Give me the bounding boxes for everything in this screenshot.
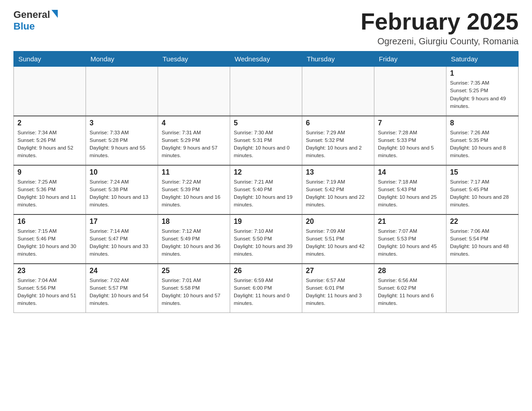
- logo-arrow-icon: [51, 10, 58, 18]
- day-info: Sunrise: 7:14 AMSunset: 5:47 PMDaylight:…: [90, 227, 154, 258]
- calendar-cell: 3Sunrise: 7:33 AMSunset: 5:28 PMDaylight…: [86, 116, 158, 165]
- day-number: 7: [378, 119, 442, 127]
- col-header-wednesday: Wednesday: [230, 51, 302, 67]
- day-number: 2: [17, 119, 82, 127]
- calendar-cell: 24Sunrise: 7:02 AMSunset: 5:57 PMDayligh…: [86, 264, 158, 313]
- day-info: Sunrise: 7:34 AMSunset: 5:26 PMDaylight:…: [17, 129, 82, 160]
- day-info: Sunrise: 7:22 AMSunset: 5:39 PMDaylight:…: [162, 178, 226, 209]
- calendar-cell: 6Sunrise: 7:29 AMSunset: 5:32 PMDaylight…: [302, 116, 374, 165]
- day-number: 10: [90, 168, 154, 176]
- col-header-saturday: Saturday: [446, 51, 519, 67]
- calendar-cell: 10Sunrise: 7:24 AMSunset: 5:38 PMDayligh…: [86, 165, 158, 214]
- calendar-cell: 1Sunrise: 7:35 AMSunset: 5:25 PMDaylight…: [446, 67, 519, 116]
- calendar-week-row: 23Sunrise: 7:04 AMSunset: 5:56 PMDayligh…: [14, 264, 519, 313]
- day-info: Sunrise: 7:07 AMSunset: 5:53 PMDaylight:…: [378, 227, 442, 258]
- day-info: Sunrise: 7:02 AMSunset: 5:57 PMDaylight:…: [90, 277, 154, 308]
- day-number: 28: [378, 267, 442, 275]
- day-number: 12: [234, 168, 298, 176]
- day-number: 27: [306, 267, 370, 275]
- calendar-cell: 23Sunrise: 7:04 AMSunset: 5:56 PMDayligh…: [14, 264, 86, 313]
- day-info: Sunrise: 7:06 AMSunset: 5:54 PMDaylight:…: [450, 227, 515, 258]
- calendar-cell: 25Sunrise: 7:01 AMSunset: 5:58 PMDayligh…: [158, 264, 230, 313]
- calendar-cell: 27Sunrise: 6:57 AMSunset: 6:01 PMDayligh…: [302, 264, 374, 313]
- calendar-cell: 4Sunrise: 7:31 AMSunset: 5:29 PMDaylight…: [158, 116, 230, 165]
- calendar-header-row: SundayMondayTuesdayWednesdayThursdayFrid…: [14, 51, 519, 67]
- day-number: 22: [450, 218, 515, 226]
- day-info: Sunrise: 6:56 AMSunset: 6:02 PMDaylight:…: [378, 277, 442, 308]
- day-info: Sunrise: 7:24 AMSunset: 5:38 PMDaylight:…: [90, 178, 154, 209]
- day-number: 8: [450, 119, 515, 127]
- location-subtitle: Ogrezeni, Giurgiu County, Romania: [360, 36, 519, 47]
- calendar-cell: 19Sunrise: 7:10 AMSunset: 5:50 PMDayligh…: [230, 214, 302, 264]
- page-header: General Blue February 2025 Ogrezeni, Giu…: [13, 9, 519, 47]
- day-number: 4: [162, 119, 226, 127]
- calendar-cell: 28Sunrise: 6:56 AMSunset: 6:02 PMDayligh…: [374, 264, 446, 313]
- day-number: 13: [306, 168, 370, 176]
- calendar-cell: 20Sunrise: 7:09 AMSunset: 5:51 PMDayligh…: [302, 214, 374, 264]
- day-info: Sunrise: 7:10 AMSunset: 5:50 PMDaylight:…: [234, 227, 298, 258]
- day-info: Sunrise: 7:04 AMSunset: 5:56 PMDaylight:…: [17, 277, 82, 308]
- calendar-cell: 17Sunrise: 7:14 AMSunset: 5:47 PMDayligh…: [86, 214, 158, 264]
- calendar-cell: 15Sunrise: 7:17 AMSunset: 5:45 PMDayligh…: [446, 165, 519, 214]
- calendar-cell: 16Sunrise: 7:15 AMSunset: 5:46 PMDayligh…: [14, 214, 86, 264]
- calendar-cell: [374, 67, 446, 116]
- calendar-cell: [86, 67, 158, 116]
- calendar-week-row: 9Sunrise: 7:25 AMSunset: 5:36 PMDaylight…: [14, 165, 519, 214]
- calendar-cell: 11Sunrise: 7:22 AMSunset: 5:39 PMDayligh…: [158, 165, 230, 214]
- day-info: Sunrise: 7:29 AMSunset: 5:32 PMDaylight:…: [306, 129, 370, 160]
- calendar-cell: 21Sunrise: 7:07 AMSunset: 5:53 PMDayligh…: [374, 214, 446, 264]
- day-info: Sunrise: 7:19 AMSunset: 5:42 PMDaylight:…: [306, 178, 370, 209]
- day-number: 24: [90, 267, 154, 275]
- calendar-week-row: 1Sunrise: 7:35 AMSunset: 5:25 PMDaylight…: [14, 67, 519, 116]
- calendar-cell: 26Sunrise: 6:59 AMSunset: 6:00 PMDayligh…: [230, 264, 302, 313]
- day-number: 5: [234, 119, 298, 127]
- col-header-monday: Monday: [86, 51, 158, 67]
- calendar-cell: 18Sunrise: 7:12 AMSunset: 5:49 PMDayligh…: [158, 214, 230, 264]
- day-number: 16: [17, 218, 82, 226]
- calendar-cell: 13Sunrise: 7:19 AMSunset: 5:42 PMDayligh…: [302, 165, 374, 214]
- calendar-cell: [158, 67, 230, 116]
- logo-general-text: General: [13, 9, 50, 21]
- day-info: Sunrise: 7:28 AMSunset: 5:33 PMDaylight:…: [378, 129, 442, 160]
- day-number: 20: [306, 218, 370, 226]
- calendar-cell: 5Sunrise: 7:30 AMSunset: 5:31 PMDaylight…: [230, 116, 302, 165]
- logo-blue-text: Blue: [13, 21, 35, 32]
- day-number: 21: [378, 218, 442, 226]
- calendar-week-row: 2Sunrise: 7:34 AMSunset: 5:26 PMDaylight…: [14, 116, 519, 165]
- day-info: Sunrise: 7:15 AMSunset: 5:46 PMDaylight:…: [17, 227, 82, 258]
- day-info: Sunrise: 7:21 AMSunset: 5:40 PMDaylight:…: [234, 178, 298, 209]
- day-info: Sunrise: 7:01 AMSunset: 5:58 PMDaylight:…: [162, 277, 226, 308]
- col-header-sunday: Sunday: [14, 51, 86, 67]
- day-number: 26: [234, 267, 298, 275]
- day-number: 18: [162, 218, 226, 226]
- col-header-thursday: Thursday: [302, 51, 374, 67]
- day-info: Sunrise: 7:30 AMSunset: 5:31 PMDaylight:…: [234, 129, 298, 160]
- day-info: Sunrise: 7:35 AMSunset: 5:25 PMDaylight:…: [450, 79, 515, 110]
- col-header-tuesday: Tuesday: [158, 51, 230, 67]
- day-number: 3: [90, 119, 154, 127]
- calendar-cell: 12Sunrise: 7:21 AMSunset: 5:40 PMDayligh…: [230, 165, 302, 214]
- day-number: 6: [306, 119, 370, 127]
- calendar-cell: 8Sunrise: 7:26 AMSunset: 5:35 PMDaylight…: [446, 116, 519, 165]
- day-info: Sunrise: 6:59 AMSunset: 6:00 PMDaylight:…: [234, 277, 298, 308]
- day-number: 25: [162, 267, 226, 275]
- day-info: Sunrise: 7:33 AMSunset: 5:28 PMDaylight:…: [90, 129, 154, 160]
- calendar-cell: [302, 67, 374, 116]
- logo: General Blue: [13, 9, 59, 32]
- calendar-cell: 22Sunrise: 7:06 AMSunset: 5:54 PMDayligh…: [446, 214, 519, 264]
- day-number: 1: [450, 69, 515, 77]
- day-info: Sunrise: 7:17 AMSunset: 5:45 PMDaylight:…: [450, 178, 515, 209]
- day-number: 11: [162, 168, 226, 176]
- day-info: Sunrise: 7:25 AMSunset: 5:36 PMDaylight:…: [17, 178, 82, 209]
- calendar-table: SundayMondayTuesdayWednesdayThursdayFrid…: [13, 51, 519, 313]
- calendar-cell: 7Sunrise: 7:28 AMSunset: 5:33 PMDaylight…: [374, 116, 446, 165]
- title-section: February 2025 Ogrezeni, Giurgiu County, …: [360, 9, 519, 47]
- calendar-week-row: 16Sunrise: 7:15 AMSunset: 5:46 PMDayligh…: [14, 214, 519, 264]
- day-info: Sunrise: 6:57 AMSunset: 6:01 PMDaylight:…: [306, 277, 370, 308]
- month-title: February 2025: [360, 9, 519, 34]
- day-info: Sunrise: 7:12 AMSunset: 5:49 PMDaylight:…: [162, 227, 226, 258]
- col-header-friday: Friday: [374, 51, 446, 67]
- day-number: 17: [90, 218, 154, 226]
- day-info: Sunrise: 7:31 AMSunset: 5:29 PMDaylight:…: [162, 129, 226, 160]
- day-info: Sunrise: 7:09 AMSunset: 5:51 PMDaylight:…: [306, 227, 370, 258]
